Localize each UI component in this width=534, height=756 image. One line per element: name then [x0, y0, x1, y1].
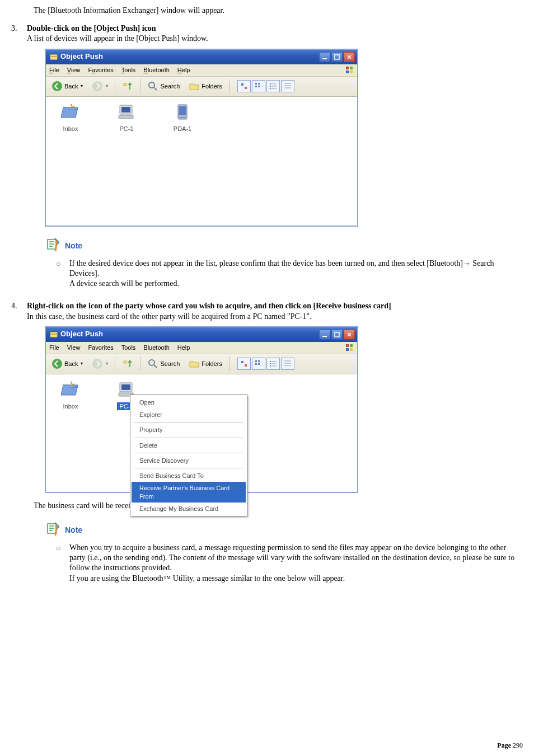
forward-button[interactable]: ▾ [88, 79, 111, 93]
search-label: Search [160, 360, 180, 368]
menu-tools[interactable]: Tools [121, 344, 136, 351]
window-title: Object Push [60, 330, 319, 339]
svg-rect-6 [346, 71, 349, 73]
view-small-icons[interactable] [252, 358, 265, 370]
menu-help[interactable]: Help [177, 66, 190, 74]
menu-bar: File View Favorites Tools Bluetooth Help [46, 342, 357, 354]
object-push-window-1: Object Push File View Favorites Tools Bl… [45, 49, 358, 227]
svg-point-8 [52, 81, 62, 91]
inbox-item[interactable]: Inbox [54, 102, 87, 133]
inbox-item[interactable]: Inbox [54, 380, 87, 410]
cm-receive-business-card[interactable]: Receive Partner's Business Card From [132, 482, 246, 503]
menu-bluetooth[interactable]: Bluetooth [143, 344, 169, 351]
svg-rect-34 [51, 334, 57, 335]
maximize-button[interactable] [331, 330, 343, 340]
windows-flag-icon [345, 343, 354, 352]
svg-rect-12 [245, 87, 247, 89]
svg-rect-14 [258, 83, 260, 84]
svg-rect-13 [255, 83, 257, 84]
note2-text: When you try to acquire a business card,… [69, 543, 523, 574]
context-menu: Open Explorer Property Delete Service Di… [130, 395, 247, 517]
menu-bluetooth[interactable]: Bluetooth [143, 66, 170, 74]
view-details[interactable] [281, 358, 294, 370]
view-large-icons[interactable] [237, 358, 251, 370]
note1-text: If the desired device does not appear in… [69, 259, 523, 279]
cm-service-discovery[interactable]: Service Discovery [132, 454, 246, 467]
back-button[interactable]: Back ▾ [48, 79, 86, 93]
svg-rect-18 [271, 83, 277, 84]
pda1-item[interactable]: PDA-1 [166, 102, 199, 133]
svg-rect-36 [335, 332, 339, 337]
svg-rect-15 [255, 86, 257, 87]
cm-property[interactable]: Property [132, 424, 246, 436]
svg-rect-52 [270, 363, 271, 364]
pc1-item[interactable]: PC-1 [110, 102, 143, 133]
back-label: Back [64, 82, 78, 90]
svg-rect-5 [350, 67, 353, 69]
view-small-icons[interactable] [252, 80, 265, 92]
svg-rect-48 [255, 363, 257, 365]
client-area: Inbox PC-1 Open Explorer Property Delete… [46, 374, 357, 492]
view-list[interactable] [266, 80, 280, 92]
svg-rect-46 [255, 360, 257, 362]
svg-rect-4 [346, 67, 349, 69]
view-details[interactable] [281, 80, 294, 92]
up-button[interactable] [119, 356, 137, 371]
step3-number: 3. [11, 24, 27, 44]
folders-label: Folders [202, 360, 222, 368]
cm-separator [134, 422, 243, 422]
pc1-label: PC-1 [119, 125, 133, 133]
svg-rect-2 [322, 58, 327, 59]
computer-icon [116, 102, 137, 123]
minimize-button[interactable] [319, 330, 330, 340]
svg-rect-24 [284, 85, 291, 86]
cm-open[interactable]: Open [132, 396, 246, 408]
minimize-button[interactable] [319, 52, 330, 62]
svg-rect-55 [271, 365, 277, 367]
view-list[interactable] [266, 358, 280, 370]
menu-tools[interactable]: Tools [121, 66, 136, 74]
close-button[interactable] [344, 52, 355, 62]
search-button[interactable]: Search [144, 79, 183, 93]
menu-favorites[interactable]: Favorites [88, 344, 113, 351]
cm-exchange-business-card[interactable]: Exchange My Business Card [132, 503, 246, 515]
received-text: The business card will be received. [34, 501, 523, 511]
svg-rect-1 [51, 56, 57, 57]
fwd-dropdown-icon: ▾ [106, 361, 108, 367]
menu-file[interactable]: File [49, 66, 59, 74]
step3-title: Double-click on the [Object Push] icon [27, 24, 523, 34]
search-label: Search [160, 82, 180, 90]
svg-rect-51 [271, 361, 277, 362]
step3-desc: A list of devices will appear in the [Ob… [27, 34, 523, 44]
svg-rect-58 [284, 365, 291, 366]
pda1-label: PDA-1 [174, 125, 191, 133]
forward-button[interactable]: ▾ [88, 356, 111, 371]
close-button[interactable] [344, 330, 355, 340]
cm-delete[interactable]: Delete [132, 439, 246, 452]
svg-rect-22 [271, 88, 277, 89]
back-button[interactable]: Back ▾ [48, 356, 86, 371]
cm-explorer[interactable]: Explorer [132, 408, 246, 421]
maximize-button[interactable] [331, 52, 343, 62]
menu-help[interactable]: Help [177, 344, 190, 351]
svg-rect-25 [284, 87, 291, 88]
app-icon [49, 330, 58, 339]
menu-file[interactable]: File [49, 344, 59, 351]
svg-rect-11 [241, 83, 243, 86]
svg-rect-16 [258, 86, 260, 87]
svg-rect-7 [350, 71, 353, 73]
folders-button[interactable]: Folders [185, 79, 226, 93]
menu-view[interactable]: View [67, 66, 81, 74]
svg-rect-32 [183, 117, 185, 118]
view-large-icons[interactable] [237, 80, 251, 92]
menu-view[interactable]: View [67, 344, 81, 351]
svg-point-41 [52, 359, 62, 369]
up-button[interactable] [119, 79, 137, 93]
search-button[interactable]: Search [144, 356, 183, 371]
menu-favorites[interactable]: Favorites [88, 66, 113, 74]
svg-rect-40 [350, 348, 353, 351]
svg-rect-39 [346, 348, 349, 351]
svg-rect-47 [258, 360, 260, 362]
folders-button[interactable]: Folders [185, 356, 226, 371]
cm-send-business-card[interactable]: Send Business Card To [132, 469, 246, 482]
